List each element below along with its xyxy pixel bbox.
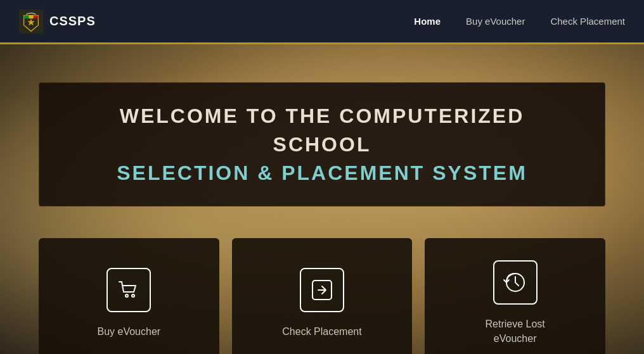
retrieve-evoucher-label: Retrieve LosteVoucher (486, 317, 545, 346)
navbar: CSSPS Home Buy eVoucher Check Placement (0, 0, 644, 44)
hero-section: WELCOME TO THE COMPUTERIZED SCHOOL SELEC… (0, 44, 644, 354)
check-placement-card[interactable]: Check Placement (232, 238, 413, 354)
svg-point-6 (126, 294, 128, 297)
buy-evoucher-card[interactable]: Buy eVoucher (39, 238, 219, 354)
nav-home[interactable]: Home (414, 16, 441, 27)
navbar-links: Home Buy eVoucher Check Placement (414, 16, 625, 27)
brand-name: CSSPS (49, 14, 96, 28)
welcome-title: WELCOME TO THE COMPUTERIZED SCHOOL SELEC… (71, 102, 573, 187)
cart-icon (117, 278, 141, 302)
brand: CSSPS (19, 9, 96, 34)
buy-evoucher-label: Buy eVoucher (97, 325, 160, 339)
logo-icon (19, 9, 43, 34)
welcome-banner: WELCOME TO THE COMPUTERIZED SCHOOL SELEC… (39, 82, 605, 206)
nav-check-placement[interactable]: Check Placement (550, 16, 625, 27)
svg-rect-4 (29, 15, 34, 18)
check-placement-label: Check Placement (282, 325, 361, 339)
history-icon (503, 270, 527, 294)
nav-buy-evoucher[interactable]: Buy eVoucher (466, 16, 525, 27)
arrow-right-box-icon (310, 278, 334, 302)
svg-rect-5 (34, 15, 39, 18)
check-placement-icon-wrapper (300, 268, 344, 312)
svg-point-7 (132, 294, 134, 297)
buy-evoucher-icon-wrapper (106, 268, 151, 312)
retrieve-evoucher-card[interactable]: Retrieve LosteVoucher (425, 238, 605, 354)
cards-section: Buy eVoucher Check Placement (39, 238, 605, 354)
retrieve-evoucher-icon-wrapper (493, 260, 538, 305)
svg-rect-3 (24, 15, 29, 18)
